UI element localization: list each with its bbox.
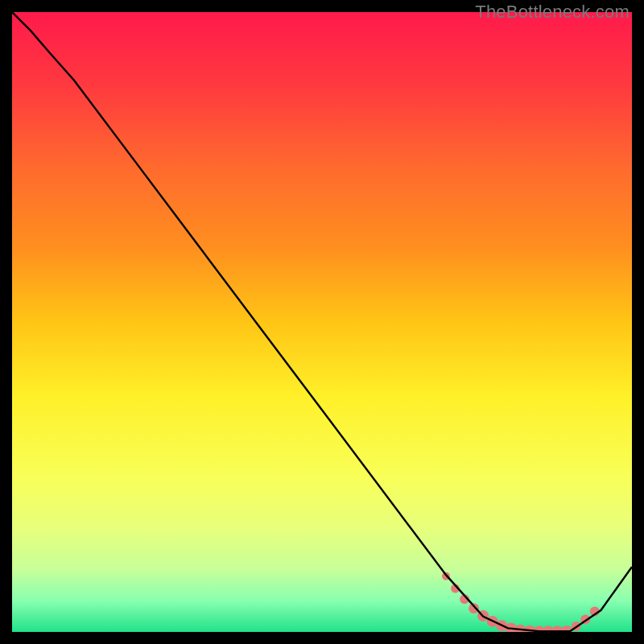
watermark-text: TheBottleneck.com [475,2,630,23]
chart-frame [12,12,632,632]
chart-background [12,12,632,632]
chart-svg [12,12,632,632]
